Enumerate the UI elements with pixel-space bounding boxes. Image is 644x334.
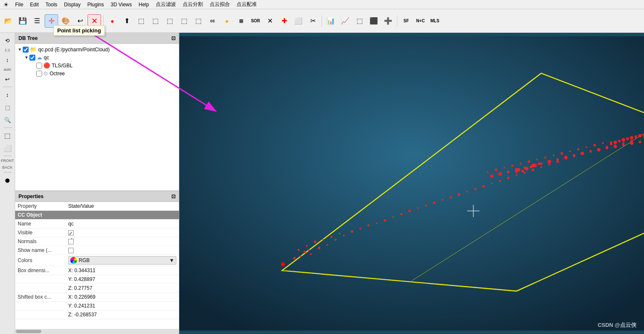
svg-point-28 [408,210,411,212]
db-tree-resize[interactable]: ⊡ [171,35,176,41]
normals-checkbox[interactable] [68,239,74,244]
tb-up-arrow[interactable]: ⬆ [120,14,133,28]
colors-value-label: RGB [79,257,90,263]
visible-checkbox[interactable]: ✓ [68,230,74,236]
colors-dropdown[interactable]: RGB ▼ [68,256,176,265]
svg-point-88 [589,150,592,153]
menu-file[interactable]: File [12,1,27,8]
properties-panel: Properties ⊡ Property State/Value CC Obj… [15,191,179,334]
tree-item-tls[interactable]: ▶ 🔴 TLS/GBL [15,61,179,69]
lt-box[interactable]: ⬚ [2,101,13,113]
tb-line-chart[interactable]: 📈 [338,14,352,28]
prop-colors-label: Colors [15,255,66,266]
svg-point-92 [622,143,625,146]
tb-cross-cc[interactable]: cc [206,14,219,28]
tb-save[interactable]: 💾 [16,14,29,28]
lt-back[interactable]: ↩ [2,73,13,85]
svg-point-12 [314,241,316,243]
menu-fit[interactable]: 点云拟合 [206,0,233,9]
tb-box1[interactable]: ⬚ [149,14,162,28]
svg-point-107 [630,136,633,140]
tb-box4[interactable]: ⬚ [192,14,205,28]
tb-list-view[interactable]: ☰ [30,14,44,28]
tree-item-qc[interactable]: ▼ ☁ qc [15,53,179,61]
tree-item-qcpcd[interactable]: ▼ 📁 qc.pcd (E:/pycharm/PointCloud) [15,45,179,53]
menu-register[interactable]: 点云配准 [233,0,260,9]
prop-shifted-x: X: 0.226969 [66,293,179,302]
prop-showname-value[interactable] [66,246,179,255]
tb-scissors[interactable]: ✂ [306,14,319,28]
normals-checkbox-container [68,239,176,244]
menu-3dviews[interactable]: 3D Views [107,1,135,8]
lt-cube-alt[interactable]: ⬜ [2,142,13,154]
menu-edit[interactable]: Edit [27,1,42,8]
tb-chart[interactable]: 📊 [324,14,338,28]
menu-filter[interactable]: 点云滤波 [152,0,179,9]
svg-point-35 [466,191,468,193]
lt-translate[interactable]: ↕ [2,89,13,101]
svg-point-26 [392,216,394,218]
prop-visible-value[interactable]: ✓ [66,228,179,237]
tb-open[interactable]: 📂 [2,14,15,28]
svg-point-106 [626,138,629,140]
menu-segment[interactable]: 点云分割 [179,0,206,9]
prop-row-shifted-y: Y: 0.241231 [15,302,179,310]
svg-point-98 [525,167,529,170]
tb-orange-dot[interactable]: ● [220,14,234,28]
tb-red-dot[interactable]: ● [106,14,119,28]
prop-colors-value[interactable]: RGB ▼ [66,255,179,266]
db-tree-panel: DB Tree ⊡ ▼ 📁 qc.pcd (E:/pycharm/PointCl… [15,33,179,191]
tb-plus2[interactable]: ➕ [381,14,395,28]
main-layout: ⟲ 1:1 ↕ auto ↩ ↕ ⬚ 🔍 ⬚ ⬜ FRONT BACK ⬤ DB… [0,33,644,334]
tb-cross2[interactable]: ✕ [263,14,277,28]
showname-checkbox[interactable] [68,248,74,253]
prop-row-shifted-z: Z: -0.268537 [15,310,179,319]
prop-showname-label: Show name (... [15,246,66,255]
prop-row-showname: Show name (... [15,246,179,255]
prop-shifted-y: Y: 0.241231 [66,302,179,310]
tree-check-tls[interactable] [36,63,42,69]
svg-point-66 [569,151,571,152]
scroll-thumb[interactable] [16,330,41,333]
dropdown-arrow: ▼ [169,257,174,263]
svg-point-62 [536,159,538,160]
menu-tools[interactable]: Tools [42,1,61,8]
menu-plugins[interactable]: Plugins [84,1,107,8]
menu-display[interactable]: Display [61,1,84,8]
tree-check-octree[interactable] [36,71,42,77]
tree-expand-qcpcd[interactable]: ▼ [17,47,23,53]
lt-rotate[interactable]: ⟲ [2,34,13,46]
tree-expand-qc[interactable]: ▼ [24,55,29,61]
tb-nc[interactable]: N+C [414,14,427,28]
lt-resize[interactable]: ↕ [2,54,13,66]
svg-point-36 [474,188,476,190]
lt-zoom[interactable]: 🔍 [2,114,13,126]
tb-plus-red[interactable]: ✚ [277,14,291,28]
svg-point-30 [425,204,427,207]
properties-resize[interactable]: ⊡ [171,194,176,199]
svg-point-25 [384,219,386,222]
tb-box5[interactable]: ⬜ [292,14,305,28]
menu-help[interactable]: Help [135,1,152,8]
tb-box3[interactable]: ⬚ [177,14,191,28]
tb-mls[interactable]: MLS [428,14,442,28]
lt-rgb-dot[interactable]: ⬤ [2,174,13,186]
tree-check-qc[interactable] [29,55,35,61]
tb-sf[interactable]: SF [399,14,413,28]
properties-scrollbar-x[interactable] [15,329,179,334]
svg-point-60 [520,163,522,164]
svg-point-63 [544,156,546,159]
viewport[interactable]: CSDN @点云侠 [179,33,644,334]
prop-normals-value[interactable] [66,237,179,246]
tb-grid[interactable]: ⬚ [353,14,366,28]
tb-circle[interactable]: ⬚ [134,14,148,28]
tree-check-qcpcd[interactable] [23,47,29,53]
tb-sor[interactable]: SOR [249,14,262,28]
lt-cube-3d[interactable]: ⬚ [2,130,13,141]
visible-checkbox-container: ✓ [68,230,176,236]
tb-block[interactable]: ⬛ [367,14,381,28]
tb-checker[interactable]: ▦ [234,14,248,28]
tree-item-octree[interactable]: ▶ ⊙ Octree [15,69,179,77]
prop-name-value[interactable]: qc [66,220,179,228]
tb-box2[interactable]: ⬚ [163,14,176,28]
